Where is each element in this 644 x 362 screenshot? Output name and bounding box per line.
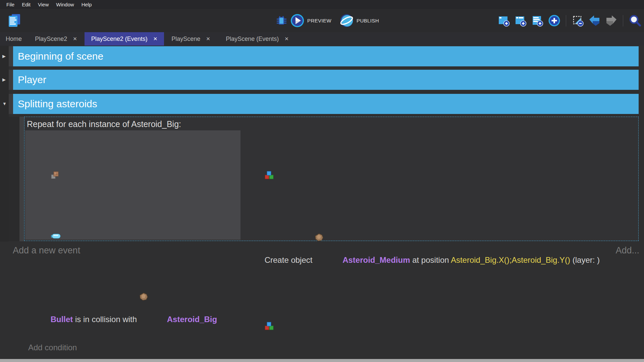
asteroid-icon	[139, 266, 166, 327]
tab-label: PlayScene (Events)	[226, 36, 279, 43]
condition-text: is in collision with	[73, 315, 139, 324]
group-title: Beginning of scene	[13, 46, 639, 66]
event-drag-handle	[9, 46, 13, 66]
events-sheet: ▶ ▶ ▼ Beginning of scene Player Splittin…	[0, 46, 644, 359]
toolbar-separator	[566, 15, 566, 26]
close-icon[interactable]: ✕	[153, 36, 158, 42]
action-text: at position	[410, 255, 451, 264]
repeat-event-block[interactable]: Repeat for each instance of Asteroid_Big…	[24, 117, 639, 241]
tab-playscene2-events[interactable]: PlayScene2 (Events) ✕	[85, 32, 164, 46]
group-title: Splitting asteroids	[13, 94, 639, 114]
action-row-create-object-2[interactable]: Create object Asteroid_Medium at positio…	[242, 282, 636, 362]
menu-bar: File Edit View Window Help	[0, 0, 644, 9]
object-name: Asteroid_Big	[167, 315, 217, 324]
menu-file[interactable]: File	[3, 0, 18, 9]
event-drag-handle	[9, 70, 13, 90]
create-object-icon	[265, 144, 291, 206]
add-new-event-button[interactable]: Add a new event	[13, 245, 80, 256]
event-drag-handle	[9, 94, 13, 114]
horizontal-scrollbar[interactable]	[0, 359, 644, 362]
preview-play-icon[interactable]	[290, 14, 304, 27]
event-group-beginning-of-scene[interactable]: Beginning of scene	[13, 46, 639, 66]
toolbar-separator	[623, 15, 623, 26]
object-name: Bullet	[51, 315, 73, 324]
close-icon[interactable]: ✕	[284, 36, 289, 42]
group-title: Player	[13, 70, 639, 90]
add-more-button[interactable]: Add...	[615, 245, 639, 256]
close-icon[interactable]: ✕	[206, 36, 210, 42]
event-group-splitting-asteroids[interactable]: Splitting asteroids	[13, 94, 639, 114]
undo-icon[interactable]	[588, 14, 601, 27]
action-text: (layer: )	[570, 255, 600, 264]
tab-label: PlayScene2	[35, 36, 67, 43]
toolbar: PREVIEW PUBLISH	[0, 9, 644, 32]
create-object-icon	[265, 295, 291, 357]
tab-playscene-events[interactable]: PlayScene (Events) ✕	[218, 32, 297, 46]
tab-label: PlayScene	[171, 36, 200, 43]
bullet-icon	[51, 206, 77, 266]
tab-home[interactable]: Home	[0, 32, 28, 46]
redo-icon[interactable]	[605, 14, 618, 27]
preview-button[interactable]: PREVIEW	[307, 18, 331, 23]
tab-playscene[interactable]: PlayScene ✕	[164, 32, 218, 46]
search-icon[interactable]	[629, 14, 641, 27]
chevron-right-icon[interactable]: ▶	[2, 77, 8, 82]
publish-button[interactable]: PUBLISH	[357, 18, 379, 23]
conditions-column: Bullet is in collision with Asteroid_Big…	[25, 130, 240, 240]
gdevelop-window: File Edit View Window Help	[0, 0, 644, 362]
chevron-down-icon[interactable]: ▼	[2, 101, 8, 106]
fold-gutter	[0, 46, 9, 242]
add-condition-button[interactable]: Add condition	[28, 341, 238, 354]
action-text: Create object	[265, 255, 315, 264]
publish-globe-icon[interactable]	[340, 14, 354, 27]
action-row-create-object-1[interactable]: Create object Asteroid_Medium at positio…	[242, 131, 636, 282]
add-event-icon[interactable]	[498, 14, 510, 27]
app-logo-icon	[8, 14, 21, 27]
actions-column: Create object Asteroid_Medium at positio…	[240, 130, 638, 240]
tab-label: PlayScene2 (Events)	[91, 36, 148, 43]
subevent-drag-handle	[19, 117, 24, 241]
condition-row[interactable]: Bullet is in collision with Asteroid_Big	[28, 131, 238, 341]
add-subevent-icon[interactable]	[515, 14, 527, 27]
chevron-right-icon[interactable]: ▶	[2, 54, 8, 59]
tab-bar: Home PlayScene2 ✕ PlayScene2 (Events) ✕ …	[0, 32, 644, 46]
add-circle-icon[interactable]	[548, 14, 560, 27]
subevent-gutter	[9, 117, 19, 241]
object-name: Asteroid_Medium	[342, 255, 410, 264]
expression-text: Asteroid_Big.X();Asteroid_Big.Y()	[451, 255, 570, 264]
collision-icon	[51, 144, 77, 206]
add-comment-icon[interactable]	[531, 14, 544, 27]
menu-window[interactable]: Window	[52, 0, 77, 9]
remove-selection-icon[interactable]	[572, 14, 584, 27]
repeat-event-header[interactable]: Repeat for each instance of Asteroid_Big…	[27, 118, 637, 130]
event-group-player[interactable]: Player	[13, 70, 639, 90]
menu-view[interactable]: View	[34, 0, 52, 9]
tab-label: Home	[6, 36, 22, 43]
menu-edit[interactable]: Edit	[18, 0, 34, 9]
debug-bug-icon[interactable]	[276, 15, 287, 26]
close-icon[interactable]: ✕	[73, 36, 77, 42]
asteroid-icon	[315, 206, 341, 268]
tab-playscene2[interactable]: PlayScene2 ✕	[28, 32, 85, 46]
menu-help[interactable]: Help	[78, 0, 96, 9]
